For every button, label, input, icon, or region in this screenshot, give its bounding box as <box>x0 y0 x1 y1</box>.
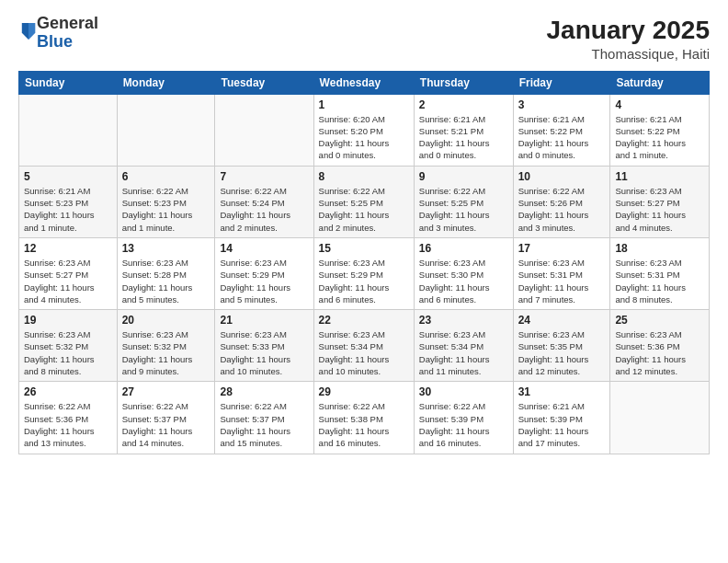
day-detail: Sunrise: 6:22 AMSunset: 5:25 PMDaylight:… <box>319 185 409 234</box>
day-detail: Sunrise: 6:22 AMSunset: 5:36 PMDaylight:… <box>24 400 112 449</box>
calendar-cell: 18Sunrise: 6:23 AMSunset: 5:31 PMDayligh… <box>610 237 710 309</box>
header-day-tuesday: Tuesday <box>215 71 313 94</box>
day-number: 5 <box>24 170 112 183</box>
day-detail: Sunrise: 6:23 AMSunset: 5:29 PMDaylight:… <box>319 257 409 305</box>
calendar-cell: 13Sunrise: 6:23 AMSunset: 5:28 PMDayligh… <box>117 237 215 309</box>
calendar-cell: 15Sunrise: 6:23 AMSunset: 5:29 PMDayligh… <box>313 237 414 309</box>
calendar-cell: 12Sunrise: 6:23 AMSunset: 5:27 PMDayligh… <box>19 237 118 309</box>
calendar-cell: 2Sunrise: 6:21 AMSunset: 5:21 PMDaylight… <box>414 94 513 166</box>
calendar-cell: 8Sunrise: 6:22 AMSunset: 5:25 PMDaylight… <box>313 166 414 237</box>
day-detail: Sunrise: 6:23 AMSunset: 5:33 PMDaylight:… <box>220 328 308 377</box>
day-detail: Sunrise: 6:21 AMSunset: 5:23 PMDaylight:… <box>24 185 112 234</box>
day-number: 8 <box>319 170 409 183</box>
day-number: 6 <box>122 170 210 183</box>
day-number: 21 <box>220 314 308 327</box>
day-detail: Sunrise: 6:23 AMSunset: 5:31 PMDaylight:… <box>615 257 704 305</box>
calendar-cell: 19Sunrise: 6:23 AMSunset: 5:32 PMDayligh… <box>19 310 118 382</box>
svg-marker-1 <box>28 23 35 40</box>
day-detail: Sunrise: 6:23 AMSunset: 5:36 PMDaylight:… <box>615 328 704 377</box>
calendar-cell <box>215 94 313 166</box>
day-detail: Sunrise: 6:23 AMSunset: 5:31 PMDaylight:… <box>518 257 606 305</box>
day-number: 26 <box>24 385 112 398</box>
day-number: 29 <box>319 385 409 398</box>
day-detail: Sunrise: 6:22 AMSunset: 5:37 PMDaylight:… <box>122 400 210 449</box>
calendar-cell: 6Sunrise: 6:22 AMSunset: 5:23 PMDaylight… <box>117 166 215 237</box>
calendar-cell: 29Sunrise: 6:22 AMSunset: 5:38 PMDayligh… <box>313 382 414 454</box>
calendar-cell <box>610 382 710 454</box>
calendar-cell <box>19 94 118 166</box>
calendar-cell: 27Sunrise: 6:22 AMSunset: 5:37 PMDayligh… <box>117 382 215 454</box>
calendar-cell: 23Sunrise: 6:23 AMSunset: 5:34 PMDayligh… <box>414 310 513 382</box>
day-number: 10 <box>518 170 606 183</box>
calendar-cell: 7Sunrise: 6:22 AMSunset: 5:24 PMDaylight… <box>215 166 313 237</box>
day-number: 30 <box>419 385 508 398</box>
day-number: 15 <box>319 242 409 255</box>
calendar-cell: 28Sunrise: 6:22 AMSunset: 5:37 PMDayligh… <box>215 382 313 454</box>
header-day-saturday: Saturday <box>610 71 710 94</box>
day-detail: Sunrise: 6:21 AMSunset: 5:21 PMDaylight:… <box>419 113 508 162</box>
day-detail: Sunrise: 6:23 AMSunset: 5:32 PMDaylight:… <box>24 328 112 377</box>
day-number: 22 <box>319 314 409 327</box>
header-day-thursday: Thursday <box>414 71 513 94</box>
day-detail: Sunrise: 6:22 AMSunset: 5:25 PMDaylight:… <box>419 185 508 234</box>
logo-blue-text: Blue <box>37 32 73 51</box>
logo-general-text: General <box>37 14 98 32</box>
day-detail: Sunrise: 6:23 AMSunset: 5:27 PMDaylight:… <box>24 257 112 305</box>
day-detail: Sunrise: 6:21 AMSunset: 5:22 PMDaylight:… <box>615 113 704 162</box>
calendar-cell: 30Sunrise: 6:22 AMSunset: 5:39 PMDayligh… <box>414 382 513 454</box>
day-number: 2 <box>419 98 508 111</box>
day-number: 17 <box>518 242 606 255</box>
logo-icon <box>20 21 37 41</box>
day-detail: Sunrise: 6:22 AMSunset: 5:23 PMDaylight:… <box>122 185 210 234</box>
calendar-cell: 16Sunrise: 6:23 AMSunset: 5:30 PMDayligh… <box>414 237 513 309</box>
day-number: 12 <box>24 242 112 255</box>
calendar-cell: 14Sunrise: 6:23 AMSunset: 5:29 PMDayligh… <box>215 237 313 309</box>
day-number: 14 <box>220 242 308 255</box>
logo: General Blue <box>18 15 98 52</box>
day-detail: Sunrise: 6:23 AMSunset: 5:32 PMDaylight:… <box>122 328 210 377</box>
calendar-cell: 10Sunrise: 6:22 AMSunset: 5:26 PMDayligh… <box>513 166 610 237</box>
day-number: 31 <box>518 385 606 398</box>
day-detail: Sunrise: 6:23 AMSunset: 5:35 PMDaylight:… <box>518 328 606 377</box>
calendar-title: January 2025 <box>547 15 710 46</box>
calendar-table: SundayMondayTuesdayWednesdayThursdayFrid… <box>18 71 710 454</box>
day-detail: Sunrise: 6:23 AMSunset: 5:34 PMDaylight:… <box>319 328 409 377</box>
calendar-cell: 25Sunrise: 6:23 AMSunset: 5:36 PMDayligh… <box>610 310 710 382</box>
calendar-cell: 5Sunrise: 6:21 AMSunset: 5:23 PMDaylight… <box>19 166 118 237</box>
calendar-cell: 17Sunrise: 6:23 AMSunset: 5:31 PMDayligh… <box>513 237 610 309</box>
day-number: 11 <box>615 170 704 183</box>
day-number: 9 <box>419 170 508 183</box>
day-number: 23 <box>419 314 508 327</box>
day-detail: Sunrise: 6:22 AMSunset: 5:38 PMDaylight:… <box>319 400 409 449</box>
day-detail: Sunrise: 6:23 AMSunset: 5:28 PMDaylight:… <box>122 257 210 305</box>
day-number: 13 <box>122 242 210 255</box>
calendar-cell: 26Sunrise: 6:22 AMSunset: 5:36 PMDayligh… <box>19 382 118 454</box>
day-detail: Sunrise: 6:23 AMSunset: 5:30 PMDaylight:… <box>419 257 508 305</box>
day-number: 1 <box>319 98 409 111</box>
day-number: 24 <box>518 314 606 327</box>
calendar-cell: 21Sunrise: 6:23 AMSunset: 5:33 PMDayligh… <box>215 310 313 382</box>
day-number: 28 <box>220 385 308 398</box>
page-header: General Blue January 2025 Thomassique, H… <box>18 15 710 62</box>
day-detail: Sunrise: 6:21 AMSunset: 5:39 PMDaylight:… <box>518 400 606 449</box>
calendar-cell: 11Sunrise: 6:23 AMSunset: 5:27 PMDayligh… <box>610 166 710 237</box>
day-detail: Sunrise: 6:22 AMSunset: 5:24 PMDaylight:… <box>220 185 308 234</box>
calendar-cell: 9Sunrise: 6:22 AMSunset: 5:25 PMDaylight… <box>414 166 513 237</box>
title-block: January 2025 Thomassique, Haiti <box>547 15 710 62</box>
day-number: 16 <box>419 242 508 255</box>
day-number: 7 <box>220 170 308 183</box>
day-detail: Sunrise: 6:23 AMSunset: 5:34 PMDaylight:… <box>419 328 508 377</box>
day-detail: Sunrise: 6:22 AMSunset: 5:26 PMDaylight:… <box>518 185 606 234</box>
day-number: 4 <box>615 98 704 111</box>
day-detail: Sunrise: 6:21 AMSunset: 5:22 PMDaylight:… <box>518 113 606 162</box>
calendar-cell: 31Sunrise: 6:21 AMSunset: 5:39 PMDayligh… <box>513 382 610 454</box>
calendar-cell <box>117 94 215 166</box>
day-number: 27 <box>122 385 210 398</box>
day-detail: Sunrise: 6:23 AMSunset: 5:27 PMDaylight:… <box>615 185 704 234</box>
day-number: 3 <box>518 98 606 111</box>
day-number: 19 <box>24 314 112 327</box>
calendar-cell: 20Sunrise: 6:23 AMSunset: 5:32 PMDayligh… <box>117 310 215 382</box>
calendar-cell: 22Sunrise: 6:23 AMSunset: 5:34 PMDayligh… <box>313 310 414 382</box>
calendar-cell: 1Sunrise: 6:20 AMSunset: 5:20 PMDaylight… <box>313 94 414 166</box>
calendar-cell: 4Sunrise: 6:21 AMSunset: 5:22 PMDaylight… <box>610 94 710 166</box>
